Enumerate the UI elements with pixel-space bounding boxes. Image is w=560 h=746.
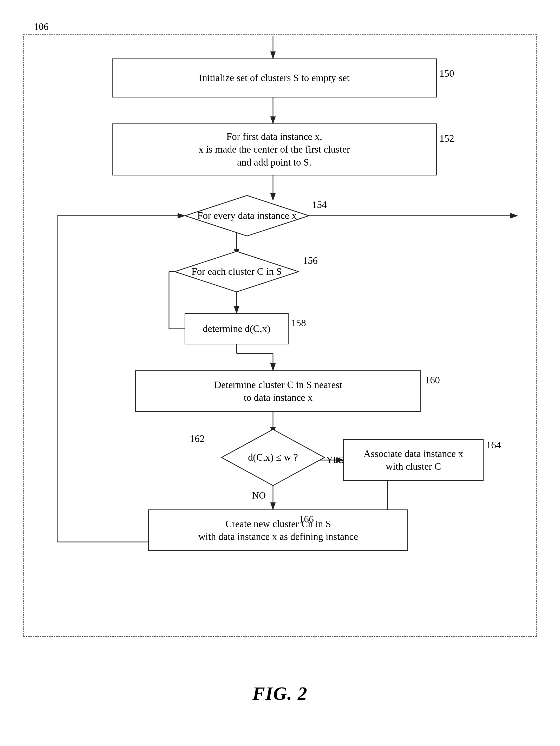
no-label: NO — [252, 490, 266, 501]
diamond-154: For every data instance x — [185, 195, 309, 236]
box-158: determine d(C,x) — [185, 313, 288, 344]
ref-150: 150 — [439, 67, 454, 79]
ref-156: 156 — [303, 255, 318, 266]
box-166: Create new cluster Cn in S with data ins… — [148, 510, 408, 551]
ref-152: 152 — [439, 133, 454, 144]
box-150-label: Initialize set of clusters S to empty se… — [199, 71, 349, 84]
diamond-162: d(C,x) ≤ w ? — [221, 429, 325, 486]
ref-162: 162 — [190, 433, 205, 444]
ref-106: 106 — [34, 21, 49, 32]
box-152-label: For first data instance x, x is made the… — [199, 130, 350, 169]
diamond-154-label: For every data instance x — [197, 209, 297, 222]
ref-158: 158 — [291, 317, 306, 328]
figure-label: FIG. 2 — [252, 683, 308, 705]
box-166-label: Create new cluster Cn in S with data ins… — [198, 518, 358, 543]
yes-label: YES — [326, 454, 344, 465]
box-160: Determine cluster C in S nearest to data… — [135, 370, 421, 412]
ref-160: 160 — [425, 374, 440, 386]
diamond-162-label: d(C,x) ≤ w ? — [248, 451, 298, 464]
diamond-156: For each cluster C in S — [174, 251, 299, 292]
ref-164: 164 — [486, 439, 501, 451]
ref-166: 166 — [299, 513, 314, 525]
flowchart: Initialize set of clusters S to empty se… — [23, 34, 537, 637]
ref-154: 154 — [312, 199, 327, 210]
box-152: For first data instance x, x is made the… — [112, 123, 437, 175]
box-150: Initialize set of clusters S to empty se… — [112, 58, 437, 97]
box-164-label: Associate data instance x with cluster C — [363, 447, 463, 473]
diamond-156-label: For each cluster C in S — [191, 265, 282, 278]
box-158-label: determine d(C,x) — [203, 322, 270, 335]
page: 106 FIG. 2 — [0, 0, 560, 746]
box-164: Associate data instance x with cluster C — [343, 439, 483, 481]
box-160-label: Determine cluster C in S nearest to data… — [214, 378, 342, 404]
